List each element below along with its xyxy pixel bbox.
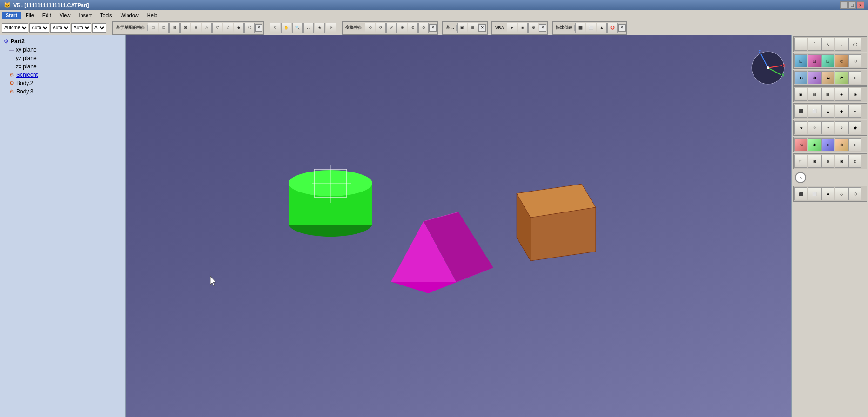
rt-col2-2-btn[interactable]: ◉: [808, 138, 821, 151]
rt-col2-4-btn[interactable]: ⊛: [835, 138, 848, 151]
rt-surf2-btn[interactable]: ◲: [808, 54, 821, 67]
rt-fill1-btn[interactable]: ▣: [794, 88, 807, 101]
tb-rotate-btn[interactable]: ⟳: [376, 23, 386, 33]
tb-loft-btn[interactable]: ⬡: [244, 23, 255, 33]
close-button[interactable]: ✕: [857, 1, 864, 9]
rt-end4-btn[interactable]: ◇: [835, 187, 848, 200]
minimize-button[interactable]: _: [840, 1, 848, 9]
tb-scale-btn[interactable]: ⊙: [418, 23, 429, 33]
tb-pattern-btn[interactable]: ⊗: [408, 23, 418, 33]
sketch-panel-close[interactable]: ✕: [255, 24, 262, 32]
rt-fill5-btn[interactable]: ◉: [848, 88, 861, 101]
tree-item-xy[interactable]: — xy plane: [0, 46, 125, 54]
tb-vba2-btn[interactable]: ■: [518, 23, 528, 33]
tb-slot-btn[interactable]: △: [202, 23, 212, 33]
rt-surf3-btn[interactable]: ◳: [821, 54, 834, 67]
rt-misc4-btn[interactable]: ✧: [835, 121, 848, 134]
rt-surf1-btn[interactable]: ◱: [794, 54, 807, 67]
tree-item-schlecht[interactable]: ⚙ Schlecht: [0, 71, 125, 79]
zoom-btn[interactable]: 🔍: [292, 23, 303, 33]
box-object[interactable]: [498, 179, 591, 263]
tree-item-body2[interactable]: ⚙ Body.2: [0, 79, 125, 87]
rt-mod5-btn[interactable]: ⊕: [848, 71, 861, 84]
tb-draft-btn[interactable]: ◆: [234, 23, 244, 33]
rt-end2-btn[interactable]: ⬜: [808, 187, 821, 200]
viewport[interactable]: z x y: [126, 35, 791, 417]
rt-fill4-btn[interactable]: ◈: [835, 88, 848, 101]
rt-extra5-btn[interactable]: ●: [848, 105, 861, 118]
menu-view[interactable]: View: [56, 12, 74, 19]
rt-end1-btn[interactable]: ⬛: [794, 187, 807, 200]
dropdown-auto1[interactable]: Auto: [29, 23, 49, 33]
maximize-button[interactable]: □: [848, 1, 856, 9]
tb-base2-btn[interactable]: ▦: [468, 23, 478, 33]
rt-extra3-btn[interactable]: ▲: [821, 105, 834, 118]
dropdown-auto3[interactable]: Auto: [71, 23, 91, 33]
menu-tools[interactable]: Tools: [96, 12, 116, 19]
rt-end3-btn[interactable]: ◆: [821, 187, 834, 200]
view3d-btn[interactable]: ◈: [315, 23, 325, 33]
rotate-btn[interactable]: ↺: [270, 23, 280, 33]
tree-item-zx[interactable]: — zx plane: [0, 62, 125, 71]
tb-shell-btn[interactable]: ◇: [223, 23, 233, 33]
rt-mod1-btn[interactable]: ◐: [794, 71, 807, 84]
rt-col3-5-btn[interactable]: ⊡: [848, 155, 861, 168]
tb-vba3-btn[interactable]: ⚙: [528, 23, 538, 33]
rt-ellipse-btn[interactable]: ◯: [848, 38, 861, 51]
rt-misc2-btn[interactable]: ☆: [808, 121, 821, 134]
menu-file[interactable]: File: [22, 12, 38, 19]
rt-end5-btn[interactable]: ⬡: [848, 187, 861, 200]
tb-quick1-btn[interactable]: ⬛: [575, 23, 585, 33]
menu-start[interactable]: Start: [2, 12, 21, 19]
rt-curve-btn[interactable]: ⌒: [808, 38, 821, 51]
rt-mod4-btn[interactable]: ◓: [835, 71, 848, 84]
rt-misc1-btn[interactable]: ★: [794, 121, 807, 134]
rt-surf4-btn[interactable]: ◴: [835, 54, 848, 67]
rt-col3-4-btn[interactable]: ⊠: [835, 155, 848, 168]
rt-line-btn[interactable]: —: [794, 38, 807, 51]
tb-quick4-btn[interactable]: ⭕: [607, 23, 618, 33]
rt-misc5-btn[interactable]: ⬟: [848, 121, 861, 134]
tb-base1-btn[interactable]: ▣: [457, 23, 467, 33]
tb-stiffener-btn[interactable]: ▽: [212, 23, 222, 33]
tb-quick3-btn[interactable]: ▲: [597, 23, 607, 33]
menu-insert[interactable]: Insert: [75, 12, 95, 19]
circle-tool-btn[interactable]: ○: [795, 172, 806, 183]
rt-col3-3-btn[interactable]: ⊟: [821, 155, 834, 168]
rt-col2-3-btn[interactable]: ⊚: [821, 138, 834, 151]
rt-extra2-btn[interactable]: ⬜: [808, 105, 821, 118]
cylinder-object[interactable]: [284, 152, 377, 245]
tree-item-body3[interactable]: ⚙ Body.3: [0, 87, 125, 96]
rt-spline-btn[interactable]: ∿: [821, 38, 834, 51]
tb-groove-btn[interactable]: ⊠: [180, 23, 190, 33]
fly-btn[interactable]: ✈: [326, 23, 336, 33]
tb-pocket-btn[interactable]: ⊡: [159, 23, 169, 33]
rt-col3-2-btn[interactable]: ⊞: [808, 155, 821, 168]
transform-panel-close[interactable]: ✕: [429, 24, 437, 32]
rt-col2-1-btn[interactable]: ◎: [794, 138, 807, 151]
menu-edit[interactable]: Edit: [39, 12, 55, 19]
tb-quick2-btn[interactable]: ⬜: [586, 23, 596, 33]
tb-translate-btn[interactable]: ⟲: [365, 23, 375, 33]
tree-item-yz[interactable]: — yz plane: [0, 54, 125, 62]
base-panel-close[interactable]: ✕: [478, 24, 486, 32]
menu-window[interactable]: Window: [117, 12, 142, 19]
dropdown-au[interactable]: Au: [92, 23, 106, 33]
vba-panel-close[interactable]: ✕: [539, 24, 546, 32]
dropdown-auto2[interactable]: Auto: [50, 23, 70, 33]
tb-rib-btn[interactable]: ⊟: [191, 23, 201, 33]
rt-extra1-btn[interactable]: ⬛: [794, 105, 807, 118]
tb-pad-btn[interactable]: □: [148, 23, 158, 33]
quick-panel-close[interactable]: ✕: [618, 24, 626, 32]
rt-mod3-btn[interactable]: ◒: [821, 71, 834, 84]
pan-btn[interactable]: ✋: [281, 23, 291, 33]
rt-fill3-btn[interactable]: ▦: [821, 88, 834, 101]
rt-circle-btn[interactable]: ○: [835, 38, 848, 51]
rt-col2-5-btn[interactable]: ⊝: [848, 138, 861, 151]
menu-help[interactable]: Help: [143, 12, 161, 19]
tb-vba1-btn[interactable]: ▶: [507, 23, 517, 33]
dropdown-automate[interactable]: Autome: [2, 23, 28, 33]
fit-btn[interactable]: ⛶: [303, 23, 314, 33]
rt-extra4-btn[interactable]: ◆: [835, 105, 848, 118]
tb-mirror-btn[interactable]: ⊕: [397, 23, 407, 33]
